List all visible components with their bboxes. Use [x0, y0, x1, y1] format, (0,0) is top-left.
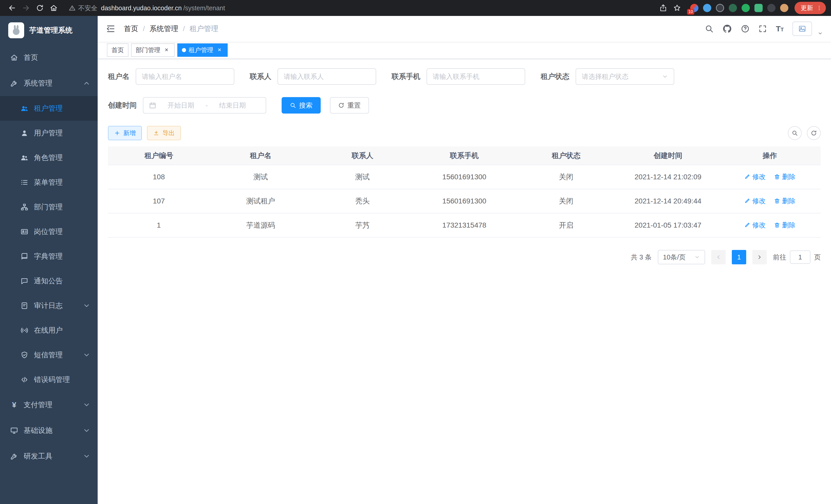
delete-link[interactable]: 删除 [774, 172, 796, 181]
address-bar[interactable]: 不安全 dashboard.yudao.iocoder.cn/system/te… [69, 4, 225, 12]
goto-page-input[interactable] [790, 250, 810, 264]
browser-home-button[interactable] [47, 1, 61, 15]
fullscreen-icon[interactable] [758, 24, 767, 33]
pagination: 共 3 条 10条/页 1 前往 页 [108, 250, 821, 264]
gear-icon [10, 79, 18, 87]
font-size-icon[interactable]: TT [776, 24, 784, 33]
next-page-button[interactable] [752, 250, 767, 264]
sidebar-item-label: 在线用户 [34, 325, 63, 335]
sidebar-item-menu-management[interactable]: 菜单管理 [0, 170, 98, 195]
date-end-input[interactable] [211, 101, 254, 110]
status-select-input[interactable] [582, 73, 659, 81]
download-icon [153, 130, 159, 136]
status-select[interactable] [576, 68, 674, 85]
breadcrumb-home[interactable]: 首页 [124, 24, 138, 34]
date-start-input[interactable] [159, 101, 202, 110]
browser-menu-icon[interactable] [816, 5, 822, 11]
chevron-left-icon [715, 254, 721, 260]
sidebar-item-notice-announcement[interactable]: 通知公告 [0, 269, 98, 293]
export-button[interactable]: 导出 [147, 126, 181, 140]
refresh-table-button[interactable] [807, 126, 821, 140]
date-separator: - [206, 101, 208, 110]
sidebar-toggle-button[interactable] [106, 24, 116, 34]
show-search-toggle-button[interactable] [788, 126, 802, 140]
share-icon[interactable] [659, 4, 667, 12]
extension-icon-2[interactable] [703, 4, 711, 12]
extension-icon-3[interactable] [716, 4, 724, 12]
sidebar-item-audit-log[interactable]: 审计日志 [0, 293, 98, 318]
avatar-caret-down-icon[interactable] [818, 30, 823, 36]
close-icon[interactable]: × [163, 47, 170, 54]
filter-create-time: 创建时间 - [108, 97, 266, 114]
id-card-icon [21, 228, 28, 236]
edit-link[interactable]: 修改 [744, 221, 766, 230]
calendar-icon [149, 102, 156, 109]
message-icon [21, 277, 28, 285]
tab-department-management[interactable]: 部门管理 × [131, 43, 175, 57]
close-icon[interactable]: × [216, 47, 223, 54]
security-warning[interactable]: 不安全 [69, 4, 97, 12]
date-range-picker[interactable]: - [143, 97, 266, 114]
delete-link[interactable]: 删除 [774, 221, 796, 230]
reset-button[interactable]: 重置 [330, 97, 369, 114]
browser-update-button[interactable]: 更新 [795, 2, 826, 14]
chevron-right-icon [756, 254, 763, 260]
filter-status: 租户状态 [541, 68, 674, 85]
browser-forward-button[interactable] [19, 1, 33, 15]
tab-tenant-management[interactable]: 租户管理 × [177, 43, 228, 57]
breadcrumb-system[interactable]: 系统管理 [149, 24, 178, 34]
sidebar-item-tenant-management[interactable]: 租户管理 [0, 96, 98, 121]
browser-back-button[interactable] [5, 1, 19, 15]
sidebar-item-infrastructure[interactable]: 基础设施 [0, 418, 98, 443]
bookmark-star-icon[interactable] [673, 4, 681, 12]
page-number-button[interactable]: 1 [732, 250, 746, 264]
sidebar-item-dictionary-management[interactable]: 字典管理 [0, 244, 98, 269]
sidebar-item-department-management[interactable]: 部门管理 [0, 195, 98, 219]
extension-badge: 10 [687, 9, 694, 14]
shield-icon [21, 351, 28, 359]
tenant-name-input[interactable] [142, 73, 228, 81]
delete-link[interactable]: 删除 [774, 197, 796, 206]
search-button[interactable]: 搜索 [282, 97, 321, 114]
help-icon[interactable] [741, 24, 749, 33]
sidebar-item-position-management[interactable]: 岗位管理 [0, 219, 98, 244]
sidebar-item-role-management[interactable]: 角色管理 [0, 145, 98, 170]
sidebar-menu: 首页 系统管理 租户管理 用户管理 角色管理 [0, 45, 98, 469]
edit-link[interactable]: 修改 [744, 172, 766, 181]
sidebar-item-online-users[interactable]: 在线用户 [0, 318, 98, 343]
tab-home[interactable]: 首页 [107, 43, 128, 57]
sidebar-item-system-management[interactable]: 系统管理 [0, 70, 98, 96]
logo-row[interactable]: 芋道管理系统 [0, 16, 98, 45]
sidebar-item-payment-management[interactable]: ¥ 支付管理 [0, 392, 98, 418]
browser-profile-avatar[interactable] [780, 4, 789, 12]
phone-input[interactable] [433, 73, 519, 81]
sidebar-item-sms-management[interactable]: 短信管理 [0, 343, 98, 367]
navbar-actions: TT [705, 22, 823, 36]
edit-link[interactable]: 修改 [744, 197, 766, 206]
avatar[interactable] [793, 22, 812, 36]
code-icon [21, 376, 28, 384]
url-host: dashboard.yudao.iocoder.cn [101, 4, 182, 12]
prev-page-button[interactable] [711, 250, 726, 264]
extension-icon-5[interactable] [742, 4, 750, 12]
extension-icon-1[interactable]: 10 [690, 4, 698, 12]
extension-icon-4[interactable] [729, 4, 737, 12]
puzzle-extension-icon[interactable] [767, 4, 775, 12]
extension-icon-6[interactable] [754, 4, 763, 12]
page-size-select[interactable]: 10条/页 [658, 250, 705, 264]
sidebar-item-home[interactable]: 首页 [0, 45, 98, 70]
contact-cell: 测试 [312, 165, 413, 189]
contact-input[interactable] [284, 73, 370, 81]
add-button[interactable]: 新增 [108, 126, 142, 140]
actions-cell: 修改删除 [719, 165, 821, 189]
github-icon[interactable] [722, 24, 732, 34]
sidebar-item-error-code-management[interactable]: 错误码管理 [0, 367, 98, 392]
plus-icon [114, 130, 120, 136]
sidebar-item-user-management[interactable]: 用户管理 [0, 121, 98, 145]
phone-label: 联系手机 [392, 72, 420, 82]
search-icon[interactable] [705, 24, 714, 33]
tab-label: 首页 [112, 46, 124, 54]
sidebar-item-label: 支付管理 [24, 400, 52, 410]
browser-reload-button[interactable] [33, 1, 47, 15]
sidebar-item-dev-tools[interactable]: 研发工具 [0, 443, 98, 469]
